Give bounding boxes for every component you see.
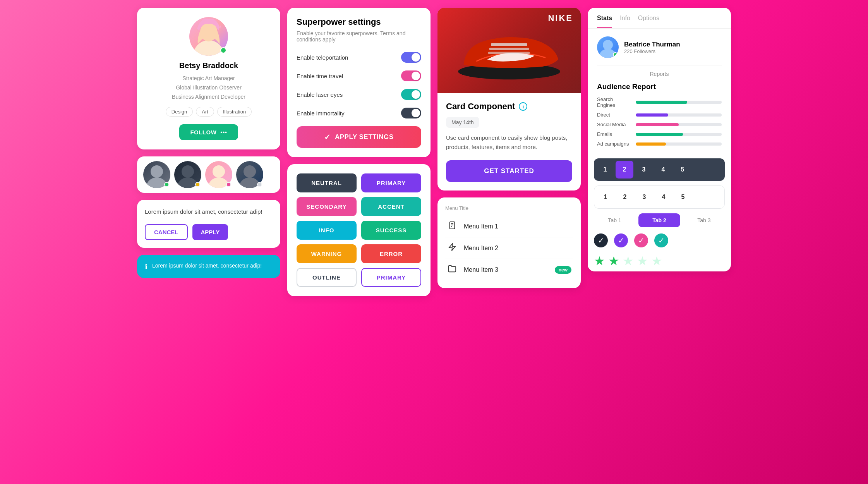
svg-rect-13 — [488, 52, 530, 54]
star-5[interactable]: ★ — [651, 254, 662, 268]
apply-button[interactable]: APPLY — [192, 224, 228, 240]
error-button[interactable]: ERROR — [361, 244, 421, 263]
avatar-2[interactable] — [174, 161, 201, 188]
accent-button[interactable]: ACCENT — [361, 197, 421, 216]
bar-social-media: Social Media — [597, 122, 722, 127]
page-4-light[interactable]: 4 — [655, 188, 672, 206]
menu-item-3[interactable]: Menu Item 3 new — [445, 259, 573, 280]
page-5-light[interactable]: 5 — [674, 188, 692, 206]
page-1-dark[interactable]: 1 — [596, 161, 614, 178]
alert-card: ℹ Lorem ipsum dolor sit amet, consectetu… — [137, 255, 280, 278]
checkbox-pink[interactable]: ✓ — [634, 233, 648, 247]
bar-track-4 — [636, 142, 722, 146]
card-title-row: Card Component i — [446, 101, 572, 112]
pagination-dark: 1 2 3 4 5 — [594, 158, 725, 181]
page-1-light[interactable]: 1 — [597, 188, 614, 206]
stats-user-row: Beatrice Thurman 220 Followers — [597, 36, 722, 58]
brand-text: NIKE — [548, 13, 573, 23]
page-2-light[interactable]: 2 — [616, 188, 634, 206]
svg-point-9 — [244, 165, 256, 178]
dialog-buttons: CANCEL APPLY — [145, 224, 273, 240]
outline-primary-button[interactable]: PRIMARY — [361, 268, 421, 287]
toggle-teleportation: Enable teleportation — [297, 52, 421, 63]
menu-icon-2 — [447, 243, 458, 253]
bar-direct: Direct — [597, 112, 722, 118]
toggle-teleportation-switch[interactable] — [401, 52, 421, 63]
apply-settings-button[interactable]: ✓ APPLY SETTINGS — [297, 126, 421, 148]
tabs-row: Tab 1 Tab 2 Tab 3 — [594, 213, 725, 227]
star-1[interactable]: ★ — [594, 254, 605, 268]
toggle-immortality-switch[interactable] — [401, 108, 421, 118]
avatar-4[interactable] — [236, 161, 263, 188]
tag-design[interactable]: Design — [166, 107, 193, 117]
bar-emails: Emails — [597, 131, 722, 137]
svg-rect-11 — [491, 43, 527, 46]
profile-card: Betsy Braddock Strategic Art Manager Glo… — [137, 8, 280, 149]
bar-track-2 — [636, 123, 722, 126]
checkbox-teal[interactable]: ✓ — [654, 233, 668, 247]
star-4[interactable]: ★ — [637, 254, 648, 268]
avatar-3[interactable] — [205, 161, 232, 188]
svg-rect-12 — [489, 48, 529, 50]
stars-row: ★ ★ ★ ★ ★ — [594, 254, 725, 268]
tab-info[interactable]: Info — [620, 15, 630, 28]
tab-stats[interactable]: Stats — [597, 15, 612, 28]
toggle-lasereyes: Enable laser eyes — [297, 89, 421, 100]
info-icon: ℹ — [145, 263, 148, 271]
audience-title: Audience Report — [597, 82, 722, 91]
menu-item-2[interactable]: Menu Item 2 — [445, 237, 573, 259]
avatar-1[interactable] — [143, 161, 170, 188]
cancel-button[interactable]: CANCEL — [145, 224, 188, 240]
secondary-button[interactable]: SECONDARY — [297, 197, 357, 216]
info-icon[interactable]: i — [519, 102, 527, 111]
follow-button[interactable]: FOLLOW ••• — [179, 124, 238, 140]
card-body: Card Component i May 14th Use card compo… — [437, 93, 581, 191]
primary-button[interactable]: PRIMARY — [361, 173, 421, 192]
info-button[interactable]: INFO — [297, 221, 357, 240]
star-3[interactable]: ★ — [623, 254, 634, 268]
menu-item-1[interactable]: Menu Item 1 — [445, 216, 573, 237]
bar-fill-4 — [636, 142, 666, 146]
toggle-timetravel: Enable time travel — [297, 70, 421, 81]
avatar-container — [189, 17, 228, 56]
svg-point-5 — [182, 165, 194, 178]
tag-illustration[interactable]: Illustration — [217, 107, 252, 117]
bar-ad-campaigns: Ad campaigns — [597, 141, 722, 147]
page-5-dark[interactable]: 5 — [674, 161, 691, 178]
pagination-section: 1 2 3 4 5 1 2 3 4 5 Tab 1 Tab 2 T — [588, 158, 731, 271]
toggle-timetravel-switch[interactable] — [401, 70, 421, 81]
product-card: NIKE Card Component i May 14th Use card … — [437, 8, 581, 191]
stats-user-info: Beatrice Thurman 220 Followers — [624, 41, 680, 54]
bar-track-0 — [636, 101, 722, 104]
page-3-dark[interactable]: 3 — [635, 161, 653, 178]
settings-card: Superpower settings Enable your favorite… — [287, 8, 431, 157]
alert-text: Lorem ipsum dolor sit amet, consectetur … — [152, 262, 262, 270]
tab-1[interactable]: Tab 1 — [594, 213, 635, 227]
get-started-button[interactable]: GET STARTED — [446, 160, 572, 182]
checkbox-purple[interactable]: ✓ — [614, 233, 628, 247]
bar-track-3 — [636, 133, 722, 136]
stats-card: Stats Info Options Beatrice Thurman 220 … — [588, 8, 731, 271]
success-button[interactable]: SUCCESS — [361, 221, 421, 240]
tab-3[interactable]: Tab 3 — [683, 213, 725, 227]
toggle-lasereyes-switch[interactable] — [401, 89, 421, 100]
product-image: NIKE — [437, 8, 581, 93]
bar-fill-0 — [636, 101, 687, 104]
page-2-dark[interactable]: 2 — [616, 161, 633, 178]
page-3-light[interactable]: 3 — [635, 188, 653, 206]
page-4-dark[interactable]: 4 — [654, 161, 672, 178]
stats-avatar — [597, 36, 619, 58]
stats-tabs: Stats Info Options — [588, 8, 731, 29]
outline-button[interactable]: OUTLINE — [297, 268, 357, 287]
tab-2[interactable]: Tab 2 — [638, 213, 680, 227]
toggle-immortality: Enable immortality — [297, 108, 421, 118]
star-2[interactable]: ★ — [608, 254, 619, 268]
warning-button[interactable]: WARNING — [297, 244, 357, 263]
checkbox-dark[interactable]: ✓ — [594, 233, 608, 247]
profile-name: Betsy Braddock — [146, 61, 271, 70]
avatars-row — [137, 156, 280, 193]
tag-art[interactable]: Art — [196, 107, 214, 117]
neutral-button[interactable]: NEUTRAL — [297, 173, 357, 192]
tab-options[interactable]: Options — [638, 15, 659, 28]
card-title: Card Component — [446, 101, 515, 112]
